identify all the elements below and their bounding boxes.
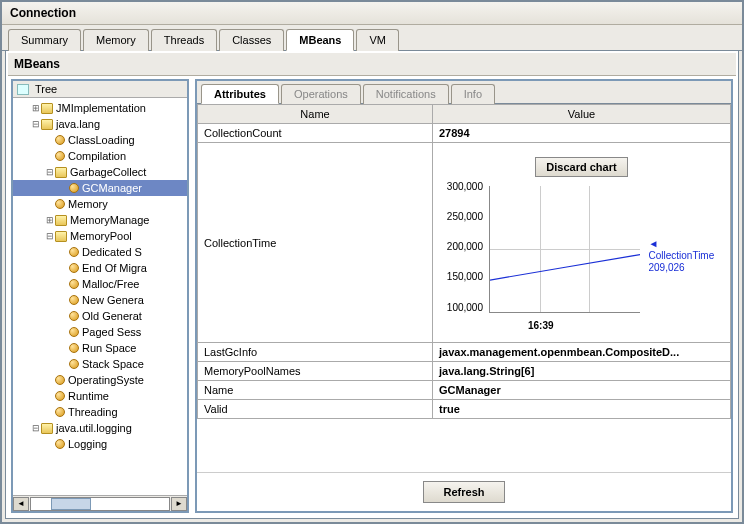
- attr-name[interactable]: Name: [198, 381, 433, 400]
- attr-value[interactable]: 27894: [433, 124, 731, 143]
- tab-threads[interactable]: Threads: [151, 29, 217, 51]
- bean-icon: [55, 439, 65, 449]
- y-tick-label: 250,000: [437, 211, 483, 222]
- mbean-tree[interactable]: Tree ⊞JMImplementation⊟java.langClassLoa…: [11, 79, 189, 513]
- tree-node[interactable]: Memory: [13, 196, 187, 212]
- tree-node[interactable]: ⊞JMImplementation: [13, 100, 187, 116]
- table-row: MemoryPoolNamesjava.lang.String[6]: [198, 362, 731, 381]
- tree-scrollbar[interactable]: ◄ ►: [13, 495, 187, 511]
- tree-node-label: Paged Sess: [82, 324, 141, 340]
- tree-node[interactable]: ⊞MemoryManage: [13, 212, 187, 228]
- tree-node[interactable]: ⊟java.lang: [13, 116, 187, 132]
- expand-icon[interactable]: ⊞: [45, 212, 55, 228]
- attr-name[interactable]: Valid: [198, 400, 433, 419]
- tree-node-label: MemoryManage: [70, 212, 149, 228]
- tree-node-label: Threading: [68, 404, 118, 420]
- folder-icon: [55, 215, 67, 226]
- tree-node[interactable]: OperatingSyste: [13, 372, 187, 388]
- folder-icon: [55, 167, 67, 178]
- tree-node-label: JMImplementation: [56, 100, 146, 116]
- attr-value[interactable]: GCManager: [433, 381, 731, 400]
- detail-tab-notifications[interactable]: Notifications: [363, 84, 449, 104]
- chart-cell: Discard chart 300,000250,000200,000150,0…: [433, 143, 731, 343]
- bean-icon: [55, 151, 65, 161]
- bean-icon: [69, 263, 79, 273]
- y-tick-label: 150,000: [437, 271, 483, 282]
- folder-icon: [41, 119, 53, 130]
- tree-node-label: Memory: [68, 196, 108, 212]
- tree-node[interactable]: Dedicated S: [13, 244, 187, 260]
- bean-icon: [55, 407, 65, 417]
- collapse-icon[interactable]: ⊟: [45, 228, 55, 244]
- tab-classes[interactable]: Classes: [219, 29, 284, 51]
- detail-tab-operations[interactable]: Operations: [281, 84, 361, 104]
- tab-vm[interactable]: VM: [356, 29, 399, 51]
- tree-node[interactable]: ⊟MemoryPool: [13, 228, 187, 244]
- tree-node[interactable]: Malloc/Free: [13, 276, 187, 292]
- tree-node-label: MemoryPool: [70, 228, 132, 244]
- scroll-track[interactable]: [30, 497, 170, 511]
- attr-value[interactable]: true: [433, 400, 731, 419]
- tab-summary[interactable]: Summary: [8, 29, 81, 51]
- table-row-chart: CollectionTime Discard chart 300,000250,…: [198, 143, 731, 343]
- chart-plot: 300,000250,000200,000150,000100,000: [437, 181, 644, 331]
- scroll-thumb[interactable]: [51, 498, 91, 510]
- attr-name[interactable]: MemoryPoolNames: [198, 362, 433, 381]
- window-title: Connection: [2, 2, 742, 25]
- bean-icon: [69, 183, 79, 193]
- tree-node[interactable]: Runtime: [13, 388, 187, 404]
- y-tick-label: 300,000: [437, 181, 483, 192]
- attr-name[interactable]: LastGcInfo: [198, 343, 433, 362]
- tree-node-label: Stack Space: [82, 356, 144, 372]
- tree-icon: [17, 84, 29, 95]
- scroll-left-button[interactable]: ◄: [13, 497, 29, 511]
- table-row: Validtrue: [198, 400, 731, 419]
- refresh-button[interactable]: Refresh: [423, 481, 506, 503]
- attr-value[interactable]: java.lang.String[6]: [433, 362, 731, 381]
- folder-icon: [41, 423, 53, 434]
- folder-icon: [55, 231, 67, 242]
- tree-node-label: New Genera: [82, 292, 144, 308]
- scroll-right-button[interactable]: ►: [171, 497, 187, 511]
- attr-value[interactable]: javax.management.openmbean.CompositeD...: [433, 343, 731, 362]
- collapse-icon[interactable]: ⊟: [45, 164, 55, 180]
- tree-node[interactable]: GCManager: [13, 180, 187, 196]
- tab-mbeans[interactable]: MBeans: [286, 29, 354, 51]
- detail-tabs: AttributesOperationsNotificationsInfo: [197, 81, 731, 104]
- tree-node[interactable]: Run Space: [13, 340, 187, 356]
- x-axis-label: 16:39: [437, 320, 644, 331]
- collapse-icon[interactable]: ⊟: [31, 116, 41, 132]
- discard-chart-button[interactable]: Discard chart: [535, 157, 627, 177]
- col-name: Name: [198, 105, 433, 124]
- main-tabs: SummaryMemoryThreadsClassesMBeansVM: [2, 25, 742, 51]
- detail-tab-attributes[interactable]: Attributes: [201, 84, 279, 104]
- tree-node[interactable]: ⊟java.util.logging: [13, 420, 187, 436]
- connection-window: Connection SummaryMemoryThreadsClassesMB…: [0, 0, 744, 524]
- tree-node-label: java.lang: [56, 116, 100, 132]
- tree-node-label: End Of Migra: [82, 260, 147, 276]
- attr-name[interactable]: CollectionCount: [198, 124, 433, 143]
- tree-node[interactable]: Logging: [13, 436, 187, 452]
- bottom-bar: Refresh: [197, 472, 731, 511]
- plot-area: [489, 186, 640, 313]
- arrow-left-icon: ◄: [648, 238, 658, 249]
- tree-node[interactable]: New Genera: [13, 292, 187, 308]
- tree-node[interactable]: Paged Sess: [13, 324, 187, 340]
- detail-panel: AttributesOperationsNotificationsInfo Na…: [195, 79, 733, 513]
- tree-node[interactable]: ClassLoading: [13, 132, 187, 148]
- col-value: Value: [433, 105, 731, 124]
- tree-node-label: GCManager: [82, 180, 142, 196]
- tree-node[interactable]: Old Generat: [13, 308, 187, 324]
- tree-node[interactable]: ⊟GarbageCollect: [13, 164, 187, 180]
- tree-node[interactable]: Compilation: [13, 148, 187, 164]
- collapse-icon[interactable]: ⊟: [31, 420, 41, 436]
- bean-icon: [69, 247, 79, 257]
- tree-node[interactable]: End Of Migra: [13, 260, 187, 276]
- tree-node[interactable]: Threading: [13, 404, 187, 420]
- attr-name[interactable]: CollectionTime: [198, 143, 433, 343]
- expand-icon[interactable]: ⊞: [31, 100, 41, 116]
- tab-memory[interactable]: Memory: [83, 29, 149, 51]
- table-row: LastGcInfojavax.management.openmbean.Com…: [198, 343, 731, 362]
- tree-node[interactable]: Stack Space: [13, 356, 187, 372]
- detail-tab-info[interactable]: Info: [451, 84, 495, 104]
